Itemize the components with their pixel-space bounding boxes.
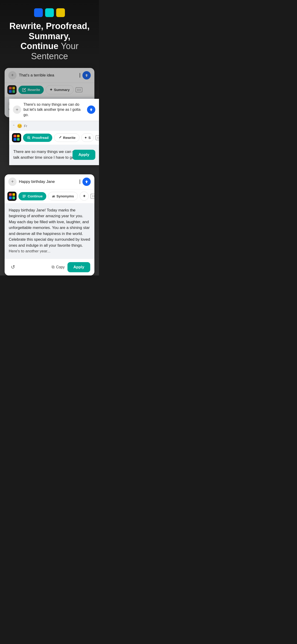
emoji-icon: 😊 [17,124,22,128]
card-continue: + Happy birthday Jane [4,174,94,276]
keyboard-icon-2 [96,135,99,140]
card2-toolbar: Proofread Rewrite ✦ S [9,131,99,145]
card1-toolbar: Rewrite ✦ Summary [4,83,94,97]
rewrite-icon-2 [58,136,62,140]
card2-rewrite-button[interactable]: Rewrite [54,133,80,142]
card2-apply-button[interactable]: Apply [72,150,95,160]
grid-dot-blue [9,90,12,93]
headline: Rewrite, Proofread, Summary, Continue Yo… [4,21,94,62]
card1-input-row: + That's a terrible idea [4,68,94,83]
blue-dot [34,8,43,17]
card-proofread: + There's so many things we can do but l… [9,99,99,165]
card1-input-field[interactable]: That's a terrible idea [19,73,80,78]
emoji-row-text: Fr [24,124,27,128]
card2-result-container: There are so many things we can do, but … [9,145,99,165]
summary-button[interactable]: ✦ Summary [46,85,74,94]
refresh-button[interactable]: ↺ [9,263,17,271]
send-icon [84,73,89,78]
headline-bold2: Continue [20,41,58,51]
copy-button[interactable]: ⧉ Copy [52,265,64,270]
grid-dot-yellow2 [17,135,20,138]
card3-grid-icon [7,192,16,201]
grid-dot-yellow3 [12,193,15,196]
summary-icon-2: ✦ [84,136,87,140]
card2-add-button[interactable]: + [13,106,21,114]
card3-input-field[interactable]: Happy birthday Jane [19,180,80,184]
grid-dot-red [9,87,12,90]
grid-dot-red2 [14,135,16,138]
send-icon-2 [89,108,93,112]
card3-keyboard [90,194,94,199]
copy-icon: ⧉ [52,265,54,270]
grid-dot-blue3 [9,196,12,199]
chevron-up-icon[interactable]: ⌃ [12,124,15,128]
header-section: Rewrite, Proofread, Summary, Continue Yo… [0,0,99,68]
card3-toolbar: Continue æ Synonyms ✦ [4,189,94,203]
grid-dot-red3 [9,193,12,196]
card-proofread-wrapper: + There's so many things we can do but l… [9,99,99,165]
card2-send-button[interactable] [87,106,95,114]
continue-icon [22,194,26,198]
continue-button[interactable]: Continue [18,192,46,200]
keyboard-icon-3 [90,194,94,199]
card3-add-button[interactable]: + [8,178,16,186]
grid-dot-green2 [17,138,20,141]
card3-input-row: + Happy birthday Jane [4,174,94,189]
card3-result: Happy birthday Jane! Today marks the beg… [4,203,94,259]
card3-apply-button[interactable]: Apply [68,262,90,272]
proofread-button[interactable]: Proofread [23,134,52,142]
refresh-icon: ↺ [11,264,15,270]
grid-dot-green [12,90,15,93]
synonyms-icon: æ [52,194,55,198]
card2-grid-icon [12,133,21,142]
synonyms-button[interactable]: æ Synonyms [48,192,78,200]
headline-bold: Rewrite, Proofread, Summary, [10,21,90,41]
summary-icon: ✦ [50,88,52,92]
toolbar-more [76,87,82,92]
card2-input-row: + There's so many things we can do but l… [9,99,99,121]
card2-input-field[interactable]: There's so many things we can do but let… [24,102,85,118]
card3-actions: ⧉ Copy Apply [52,262,90,272]
rewrite-button[interactable]: Rewrite [18,86,44,94]
grid-dot-green3 [12,196,15,199]
color-dots [4,8,94,17]
rewrite-icon [22,88,26,92]
card2-summary-button[interactable]: ✦ S [81,133,94,142]
send-icon-3 [84,180,89,184]
card2-emoji-row: ⌃ 😊 Fr [9,121,99,131]
sparkle-icon: ✦ [83,194,86,198]
grid-dot-blue2 [14,138,16,141]
yellow-dot [56,8,65,17]
grid-dot-yellow [12,87,15,90]
card1-add-button[interactable]: + [8,71,16,80]
card1-send-button[interactable] [82,71,91,80]
keyboard-icon [76,87,82,92]
proofread-icon [27,136,31,140]
card1-grid-icon [7,85,16,94]
card2-keyboard [96,135,99,140]
card3-sparkle-button[interactable]: ✦ [80,192,89,200]
cyan-dot [45,8,54,17]
card3-send-button[interactable] [82,178,91,186]
card3-bottom-bar: ↺ ⧉ Copy Apply [4,259,94,276]
